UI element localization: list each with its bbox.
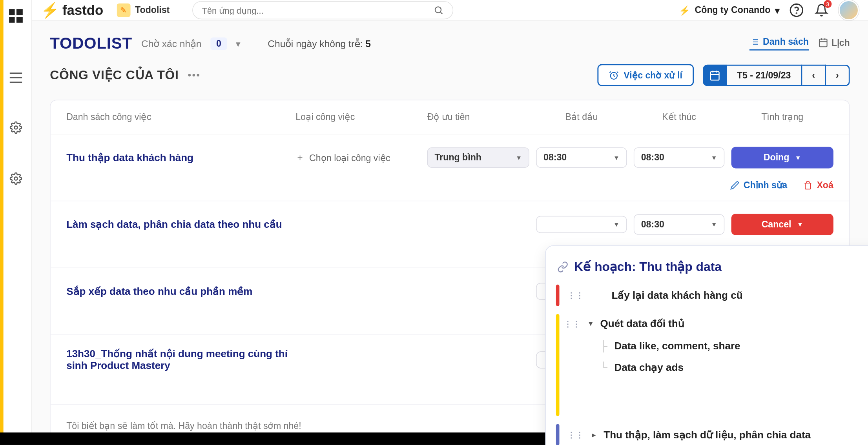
plan-item-label: Thu thập, làm sạch dữ liệu, phân chia da… (604, 429, 811, 441)
plan-subitem-label: Data chạy ads (614, 361, 683, 374)
bell-icon[interactable]: 3 (813, 2, 829, 18)
gear-icon-2[interactable] (9, 173, 22, 185)
table-row: Làm sạch data, phân chia data theo nhu c… (51, 201, 850, 241)
plan-subitem[interactable]: ├ Data like, comment, share (560, 336, 868, 356)
plan-subitem-label: Data like, comment, share (614, 340, 740, 352)
app-badge[interactable]: ✎ Todolist (112, 1, 174, 19)
task-name[interactable]: Sắp xếp data theo nhu cầu phần mềm (66, 285, 289, 298)
plan-popover: Kế hoạch: Thu thập data ⋮⋮ Lấy lại data … (545, 245, 868, 445)
task-name[interactable]: Thu thập data khách hàng (66, 151, 289, 164)
link-icon (557, 261, 569, 272)
start-time-select[interactable]: ▼ (536, 216, 627, 233)
hamburger-icon[interactable] (9, 73, 22, 83)
app-badge-text: Todolist (135, 5, 170, 15)
date-prev-button[interactable]: ‹ (802, 64, 826, 86)
chevron-down-icon[interactable]: ▾ (236, 38, 241, 49)
apps-grid-icon[interactable] (9, 9, 22, 23)
svg-point-0 (14, 126, 17, 129)
end-time-select[interactable]: 08:30▼ (634, 214, 724, 234)
chevron-down-icon: ▼ (613, 154, 620, 161)
pending-tasks-button[interactable]: Việc chờ xử lí (598, 64, 694, 86)
topbar: ⚡ fastdo ✎ Todolist ⚡ Công ty Conando ▾ (32, 0, 868, 21)
col-start: Bắt đầu (536, 112, 627, 122)
notif-badge: 3 (824, 0, 832, 8)
chevron-down-icon: ▼ (613, 221, 620, 228)
svg-point-2 (435, 7, 441, 13)
col-end: Kết thúc (634, 112, 724, 122)
svg-point-4 (796, 13, 797, 14)
task-name[interactable]: 13h30_Thống nhất nội dung meeting cùng t… (66, 347, 289, 372)
task-name[interactable]: Làm sạch data, phân chia data theo nhu c… (66, 218, 289, 231)
gear-icon[interactable] (9, 121, 22, 134)
col-type: Loại công việc (295, 112, 420, 122)
priority-value: Trung bình (434, 153, 481, 163)
more-icon[interactable]: ••• (188, 70, 201, 80)
bolt-icon: ⚡ (41, 2, 59, 19)
date-display[interactable]: T5 - 21/09/23 (727, 64, 802, 86)
col-task: Danh sách công việc (66, 112, 289, 122)
await-count[interactable]: 0 (210, 37, 227, 50)
drag-handle-icon[interactable]: ⋮⋮ (564, 319, 581, 328)
logo[interactable]: ⚡ fastdo (41, 2, 103, 19)
choose-type-label: Chọn loại công việc (309, 152, 390, 163)
row-actions: Chỉnh sửaXoá (51, 174, 850, 201)
drag-handle-icon[interactable]: ⋮⋮ (567, 291, 584, 300)
start-time-select[interactable]: 08:30▼ (536, 147, 627, 168)
chevron-down-icon: ▾ (775, 5, 780, 15)
streak-count: 5 (365, 38, 371, 49)
priority-bar-red (556, 285, 560, 306)
plan-item[interactable]: ⋮⋮ Lấy lại data khách hàng cũ (546, 279, 868, 312)
table-row: Thu thập data khách hàng＋Chọn loại công … (51, 134, 850, 174)
date-next-button[interactable]: › (826, 64, 850, 86)
edit-label: Chỉnh sửa (744, 180, 788, 190)
search-input[interactable] (202, 5, 434, 15)
search-box[interactable] (192, 1, 453, 19)
priority-bar-yellow (556, 314, 560, 416)
await-label: Chờ xác nhận (141, 38, 201, 49)
delete-label: Xoá (817, 180, 833, 190)
chevron-down-icon: ▼ (711, 221, 717, 228)
plan-item[interactable]: ⋮⋮ ▾ Quét data đối thủ (560, 312, 868, 336)
status-button[interactable]: Cancel▼ (731, 214, 833, 235)
date-picker-group: T5 - 21/09/23 ‹ › (703, 64, 850, 86)
delete-button[interactable]: Xoá (803, 180, 833, 190)
drag-handle-icon[interactable]: ⋮⋮ (567, 430, 584, 439)
chevron-down-icon: ▼ (795, 154, 801, 161)
edit-button[interactable]: Chỉnh sửa (730, 180, 787, 190)
page-title: TODOLIST (50, 35, 132, 53)
plan-subitem[interactable]: └ Data chạy ads (560, 356, 868, 378)
expand-icon[interactable]: ▸ (592, 431, 596, 439)
view-calendar-tab[interactable]: Lịch (818, 37, 850, 50)
streak-label: Chuỗi ngày không trễ: (268, 38, 363, 49)
pending-btn-label: Việc chờ xử lí (624, 70, 682, 80)
accent-strip (0, 0, 4, 445)
task-type-cell[interactable]: ＋Chọn loại công việc (295, 152, 420, 163)
org-switcher[interactable]: ⚡ Công ty Conando ▾ (679, 5, 779, 15)
status-label: Cancel (762, 220, 791, 230)
col-priority: Độ ưu tiên (427, 112, 529, 122)
status-button[interactable]: Doing▼ (731, 147, 833, 168)
tree-branch-icon: ├ (600, 340, 607, 352)
view-list-tab[interactable]: Danh sách (749, 37, 809, 51)
avatar[interactable] (839, 0, 859, 20)
collapse-icon[interactable]: ▾ (589, 320, 593, 327)
left-rail (0, 0, 32, 445)
plan1-title: Kế hoạch: Thu thập data (574, 260, 722, 274)
todolist-icon: ✎ (117, 4, 131, 17)
svg-point-1 (14, 177, 17, 180)
svg-rect-7 (711, 71, 719, 80)
org-name: Công ty Conando (695, 5, 771, 15)
priority-bar-blue (556, 424, 560, 445)
help-icon[interactable] (789, 2, 804, 18)
view-cal-label: Lịch (832, 37, 850, 48)
priority-cell[interactable]: Trung bình▼ (427, 147, 529, 168)
plan-header-1: Kế hoạch: Thu thập data (546, 255, 868, 279)
view-list-label: Danh sách (763, 37, 809, 47)
plan-item-label: Lấy lại data khách hàng cũ (612, 289, 743, 302)
calendar-icon[interactable] (703, 64, 727, 86)
plan-item[interactable]: ⋮⋮ ▸ Thu thập, làm sạch dữ liệu, phân ch… (546, 418, 868, 445)
search-icon[interactable] (434, 5, 444, 15)
end-time-select[interactable]: 08:30▼ (634, 147, 724, 168)
footer-message: Tôi biết bạn sẽ làm tốt mà. Hãy hoàn thà… (66, 421, 301, 431)
time-value: 08:30 (641, 153, 664, 163)
